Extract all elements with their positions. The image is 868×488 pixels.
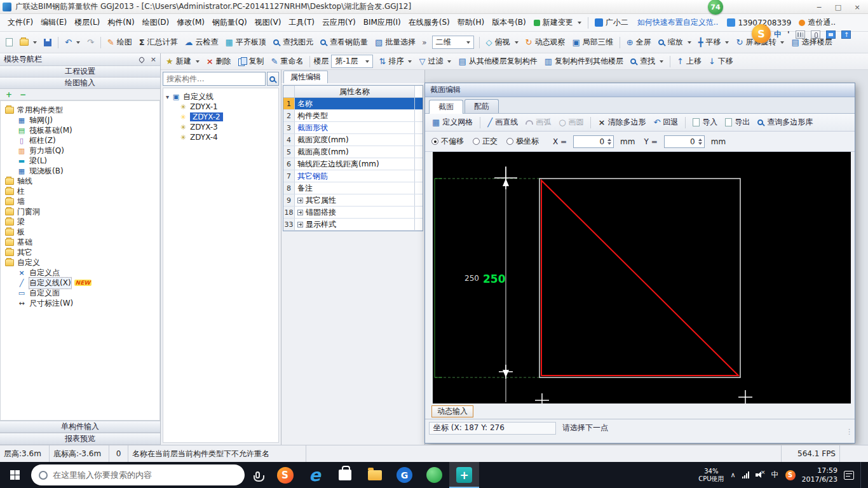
draw-circle-button[interactable]: 画圆 xyxy=(555,115,587,130)
cloud-check-button[interactable]: 云检查 xyxy=(182,35,222,50)
move-up-button[interactable]: 上移 xyxy=(674,54,705,69)
property-row-anchor-lap[interactable]: 18锚固搭接 xyxy=(283,207,423,219)
save-button[interactable] xyxy=(41,37,55,48)
view-mode-combobox[interactable]: 二维 xyxy=(432,36,474,49)
assistant-button[interactable]: 广小二 xyxy=(591,17,632,28)
top-view-button[interactable]: 俯视 xyxy=(483,35,522,50)
expand-all-icon[interactable] xyxy=(6,91,12,98)
menu-component[interactable]: 构件(N) xyxy=(104,15,138,30)
taskbar-app-ggj-active[interactable]: + xyxy=(449,462,479,488)
component-item[interactable]: ZDYX-3 xyxy=(166,122,276,132)
menu-online-service[interactable]: 在线服务(S) xyxy=(405,15,454,30)
component-group-root[interactable]: 自定义线 xyxy=(166,92,276,102)
project-settings-button[interactable]: 工程设置 xyxy=(0,66,160,78)
ime-keyboard-icon[interactable] xyxy=(796,30,805,39)
move-down-button[interactable]: 下移 xyxy=(705,54,736,69)
cpu-monitor[interactable]: 34% CPU使用 xyxy=(698,468,724,483)
close-button[interactable]: × xyxy=(848,0,867,14)
help-tip-link[interactable]: 如何快速布置自定义范.. xyxy=(632,17,724,28)
section-canvas[interactable]: 250 250 xyxy=(433,152,851,403)
rename-component-button[interactable]: 重命名 xyxy=(268,54,307,69)
local-3d-button[interactable]: 局部三维 xyxy=(569,35,616,50)
menu-draw[interactable]: 绘图(D) xyxy=(139,15,173,30)
tree-item-raft-foundation[interactable]: 筏板基础(M) xyxy=(2,125,158,135)
undo-step-button[interactable]: 回退 xyxy=(650,115,681,130)
tab-rebar[interactable]: 配筋 xyxy=(465,99,499,113)
collapse-all-icon[interactable] xyxy=(20,91,26,98)
property-row-display-style[interactable]: 33显示样式 xyxy=(283,219,423,231)
tree-item-shear-wall[interactable]: 剪力墙(Q) xyxy=(2,146,158,156)
new-component-button[interactable]: 新建 xyxy=(163,54,203,69)
property-row-section-width[interactable]: 4截面宽度(mm) xyxy=(283,134,423,146)
sort-button[interactable]: 排序 xyxy=(376,54,415,69)
tree-item-custom-line[interactable]: 自定义线(X)NEW xyxy=(2,278,158,288)
dynamic-input-button[interactable]: 动态输入 xyxy=(431,405,473,417)
component-search-input[interactable] xyxy=(163,72,266,86)
radio-polar[interactable]: 极坐标 xyxy=(506,136,539,147)
taskbar-app-store[interactable] xyxy=(330,462,360,488)
tree-folder-foundation[interactable]: 基础 xyxy=(2,237,158,247)
taskbar-search-box[interactable]: 在这里输入你要搜索的内容 xyxy=(31,464,245,485)
report-preview-button[interactable]: 报表预览 xyxy=(0,433,160,445)
taskbar-app-edge[interactable]: e xyxy=(300,462,330,488)
accelerator-ball-badge[interactable]: 74 xyxy=(708,0,723,15)
component-item[interactable]: ZDYX-4 xyxy=(166,132,276,142)
sogou-ime-ball[interactable]: S xyxy=(752,24,771,43)
spinner-up-icon[interactable] xyxy=(698,139,702,141)
action-center-icon[interactable] xyxy=(844,471,854,480)
tree-item-cast-slab[interactable]: 现浇板(B) xyxy=(2,166,158,176)
volume-muted-icon[interactable] xyxy=(756,471,765,478)
draw-mode-button[interactable]: 绘图 xyxy=(104,35,135,50)
batch-select-button[interactable]: 批量选择 xyxy=(372,35,419,50)
sogou-tray-icon[interactable]: S xyxy=(785,470,796,480)
start-button[interactable] xyxy=(0,462,30,488)
menu-floor[interactable]: 楼层(L) xyxy=(71,15,104,30)
ime-toolbox-icon[interactable] xyxy=(826,30,836,39)
menu-file[interactable]: 文件(F) xyxy=(4,15,37,30)
view-rebar-button[interactable]: 查看钢筋量 xyxy=(317,35,371,50)
tree-item-common-types[interactable]: 常用构件类型 xyxy=(2,105,158,115)
toolbar-overflow-chevron[interactable]: » xyxy=(419,38,429,47)
tree-folder-column[interactable]: 柱 xyxy=(2,186,158,196)
tree-folder-custom[interactable]: 自定义 xyxy=(2,257,158,268)
filter-button[interactable]: 过滤 xyxy=(416,54,454,69)
taskbar-app-sogou[interactable]: S xyxy=(270,462,300,488)
draw-line-button[interactable]: 画直线 xyxy=(484,115,521,130)
orbit-button[interactable]: 动态观察 xyxy=(522,35,569,50)
tab-property-editor[interactable]: 属性编辑 xyxy=(283,71,328,83)
tree-item-axis-grid[interactable]: 轴网(J) xyxy=(2,115,158,125)
resize-grip-icon[interactable] xyxy=(846,428,853,436)
taskbar-app-browser[interactable] xyxy=(419,462,449,488)
menu-modify[interactable]: 修改(M) xyxy=(173,15,208,30)
pricing-link[interactable]: 造价通.. xyxy=(795,17,839,28)
undo-button[interactable] xyxy=(62,36,83,48)
pin-icon[interactable] xyxy=(138,56,145,63)
redo-button[interactable] xyxy=(84,36,97,48)
input-language-indicator[interactable]: 中 xyxy=(771,470,779,480)
ime-arrow-icon[interactable] xyxy=(841,30,851,39)
tree-item-custom-face[interactable]: 自定义面 xyxy=(2,288,158,298)
ime-language-toggle[interactable]: 中 xyxy=(774,29,782,40)
ime-punctuation-toggle[interactable]: ' xyxy=(787,30,790,39)
menu-bim-app[interactable]: BIM应用(I) xyxy=(360,15,405,30)
menu-tools[interactable]: 工具(T) xyxy=(285,15,318,30)
tree-item-dimension[interactable]: 尺寸标注(W) xyxy=(2,298,158,308)
property-row-other-rebar[interactable]: 7其它钢筋 xyxy=(283,170,423,182)
property-row-axis-distance[interactable]: 6轴线距左边线距离(mm) xyxy=(283,158,423,170)
radio-no-offset[interactable]: 不偏移 xyxy=(431,136,464,147)
tree-item-beam[interactable]: 梁(L) xyxy=(2,156,158,166)
property-row-name[interactable]: 1名称 xyxy=(283,98,423,110)
ime-mic-icon[interactable] xyxy=(811,30,820,39)
summary-calc-button[interactable]: 汇总计算 xyxy=(136,35,181,50)
copy-to-other-floor-button[interactable]: 复制构件到其他楼层 xyxy=(541,54,627,69)
new-change-button[interactable]: 新建变更 xyxy=(530,17,585,28)
property-row-section-height[interactable]: 5截面高度(mm) xyxy=(283,146,423,158)
single-component-input-button[interactable]: 单构件输入 xyxy=(0,421,160,433)
zoom-button[interactable]: 缩放 xyxy=(655,35,695,50)
spinner-down-icon[interactable] xyxy=(698,142,702,145)
menu-rebar-qty[interactable]: 钢筋量(Q) xyxy=(208,15,251,30)
export-button[interactable]: 导出 xyxy=(722,115,753,130)
x-input[interactable]: 0 xyxy=(573,135,614,148)
align-slab-top-button[interactable]: 平齐板顶 xyxy=(222,35,269,50)
expand-icon[interactable] xyxy=(297,198,303,203)
